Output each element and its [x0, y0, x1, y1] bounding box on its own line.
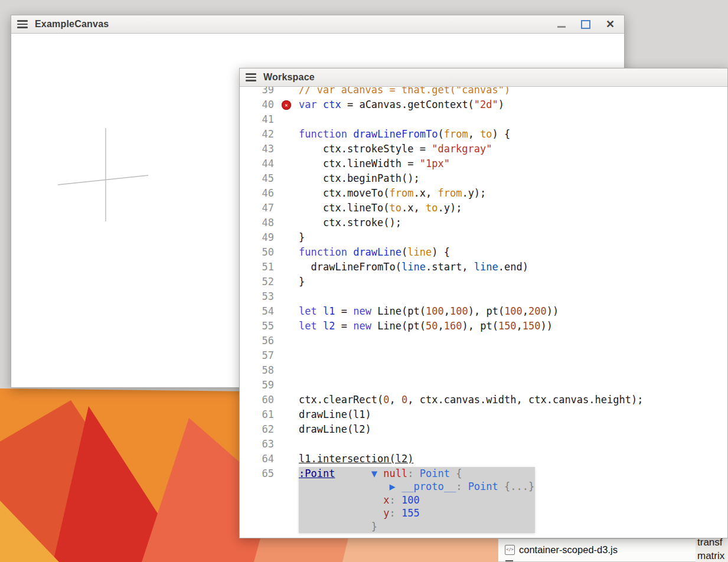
code-text[interactable]: function drawLine(line) { [299, 245, 450, 260]
workspace-titlebar[interactable]: Workspace [240, 68, 727, 87]
code-line[interactable]: 47 ctx.lineTo(to.x, to.y); [240, 201, 727, 215]
line-number[interactable]: 48 [240, 215, 274, 230]
line-number[interactable]: 47 [240, 201, 274, 215]
code-text[interactable]: ctx.moveTo(from.x, from.y); [299, 186, 486, 201]
code-line[interactable]: 48 ctx.stroke(); [240, 215, 727, 230]
maximize-icon[interactable] [581, 20, 590, 29]
line-number[interactable]: 49 [240, 230, 274, 245]
code-line[interactable]: 43 ctx.strokeStyle = "darkgray" [240, 142, 727, 156]
close-icon[interactable]: ✕ [606, 15, 615, 33]
gutter-badge-slot [274, 127, 299, 142]
line-number[interactable]: 39 [240, 87, 274, 97]
code-line[interactable]: 50function drawLine(line) { [240, 245, 727, 260]
code-line[interactable]: 46 ctx.moveTo(from.x, from.y); [240, 186, 727, 201]
code-text[interactable]: l1.intersection(l2) [299, 452, 413, 466]
code-line[interactable]: 56 [240, 334, 727, 348]
code-line[interactable]: 41 [240, 112, 727, 127]
line-number[interactable]: 60 [240, 393, 274, 407]
example-canvas-titlebar[interactable]: ExampleCanvas ✕ [11, 15, 624, 34]
line-number[interactable]: 42 [240, 127, 274, 142]
line-number[interactable]: 53 [240, 289, 274, 304]
code-text[interactable]: ctx.strokeStyle = "darkgray" [299, 142, 492, 156]
line-number[interactable]: 43 [240, 142, 274, 156]
code-line[interactable]: 52} [240, 275, 727, 289]
line-number[interactable]: 45 [240, 171, 274, 186]
window-title: Workspace [263, 72, 315, 83]
disclosure-triangle-icon[interactable]: ▶ [390, 481, 401, 492]
gutter-badge-slot [274, 378, 299, 393]
error-icon[interactable]: ✕ [282, 100, 291, 110]
code-text[interactable]: ctx.lineTo(to.x, to.y); [299, 201, 462, 215]
code-line[interactable]: 57 [240, 348, 727, 363]
line-number[interactable]: 63 [240, 437, 274, 452]
code-line[interactable]: 53 [240, 289, 727, 304]
line-number[interactable]: 58 [240, 363, 274, 378]
line-number[interactable]: 41 [240, 112, 274, 127]
code-line[interactable]: 60ctx.clearRect(0, 0, ctx.canvas.width, … [240, 393, 727, 407]
gutter-badge-slot [274, 142, 299, 156]
code-line[interactable]: 55let l2 = new Line(pt(50,160), pt(150,1… [240, 319, 727, 334]
code-line[interactable]: 59 [240, 378, 727, 393]
script-file-icon: </> [505, 545, 515, 555]
code-text[interactable]: drawLine(l2) [299, 422, 371, 437]
code-line[interactable]: 40✕var ctx = aCanvas.getContext("2d") [240, 97, 727, 112]
code-text[interactable]: ctx.lineWidth = "1px" [299, 156, 450, 171]
inspector-row: :Point ▼ null: Point { [299, 467, 535, 480]
gutter-badge-slot [274, 260, 299, 275]
code-lines: 39// var aCanvas = that.get("canvas")40✕… [240, 87, 727, 481]
line-number[interactable]: 40 [240, 97, 274, 112]
line-number[interactable]: 59 [240, 378, 274, 393]
line-number[interactable]: 54 [240, 304, 274, 319]
code-line[interactable]: 54let l1 = new Line(pt(100,100), pt(100,… [240, 304, 727, 319]
line-number[interactable]: 46 [240, 186, 274, 201]
menu-icon[interactable] [246, 73, 256, 81]
line-number[interactable]: 50 [240, 245, 274, 260]
code-text[interactable]: var ctx = aCanvas.getContext("2d") [299, 97, 504, 112]
code-text[interactable]: } [299, 230, 305, 245]
line-number[interactable]: 52 [240, 275, 274, 289]
line-number[interactable]: 64 [240, 452, 274, 466]
line-number[interactable]: 56 [240, 334, 274, 348]
clipped-window-fragment: transf matrix [696, 535, 728, 562]
code-line[interactable]: 64l1.intersection(l2) [240, 452, 727, 466]
code-text[interactable]: let l2 = new Line(pt(50,160), pt(150,150… [299, 319, 553, 334]
code-line[interactable]: 45 ctx.beginPath(); [240, 171, 727, 186]
line-number[interactable]: 61 [240, 407, 274, 422]
code-line[interactable]: 39// var aCanvas = that.get("canvas") [240, 87, 727, 97]
code-text[interactable]: // var aCanvas = that.get("canvas") [299, 87, 510, 97]
code-text[interactable]: ctx.beginPath(); [299, 171, 420, 186]
file-list-item[interactable]: </> container-scoped-d3.js [498, 539, 728, 556]
line-number[interactable]: 65 [240, 466, 274, 481]
code-text[interactable]: drawLine(l1) [299, 407, 371, 422]
code-text[interactable]: ctx.stroke(); [299, 215, 401, 230]
gutter-badge-slot [274, 422, 299, 437]
inspector-row: x: 100 [299, 494, 535, 507]
code-line[interactable]: 42function drawLineFromTo(from, to) { [240, 127, 727, 142]
gutter-badge-slot [274, 304, 299, 319]
code-line[interactable]: 44 ctx.lineWidth = "1px" [240, 156, 727, 171]
code-editor[interactable]: 39// var aCanvas = that.get("canvas")40✕… [240, 87, 727, 538]
line-number[interactable]: 57 [240, 348, 274, 363]
code-line[interactable]: 49} [240, 230, 727, 245]
code-line[interactable]: 58 [240, 363, 727, 378]
line-number[interactable]: 51 [240, 260, 274, 275]
result-type-annotation[interactable]: :Point [299, 468, 335, 479]
line-number[interactable]: 55 [240, 319, 274, 334]
code-text[interactable]: function drawLineFromTo(from, to) { [299, 127, 510, 142]
file-name-label: container-scoped-d3.js [519, 544, 618, 556]
line-number[interactable]: 44 [240, 156, 274, 171]
code-text[interactable]: drawLineFromTo(line.start, line.end) [299, 260, 528, 275]
gutter-badge-slot [274, 87, 299, 97]
line-number[interactable]: 62 [240, 422, 274, 437]
code-text[interactable]: } [299, 275, 305, 289]
menu-icon[interactable] [17, 20, 28, 28]
code-line[interactable]: 62drawLine(l2) [240, 422, 727, 437]
code-line[interactable]: 63 [240, 437, 727, 452]
code-text[interactable]: let l1 = new Line(pt(100,100), pt(100,20… [299, 304, 559, 319]
code-line[interactable]: 61drawLine(l1) [240, 407, 727, 422]
code-line[interactable]: 51 drawLineFromTo(line.start, line.end) [240, 260, 727, 275]
code-text[interactable]: ctx.clearRect(0, 0, ctx.canvas.width, ct… [299, 393, 643, 407]
minimize-icon[interactable] [557, 26, 566, 28]
disclosure-triangle-icon[interactable]: ▼ [371, 468, 383, 479]
gutter-badge-slot [274, 319, 299, 334]
